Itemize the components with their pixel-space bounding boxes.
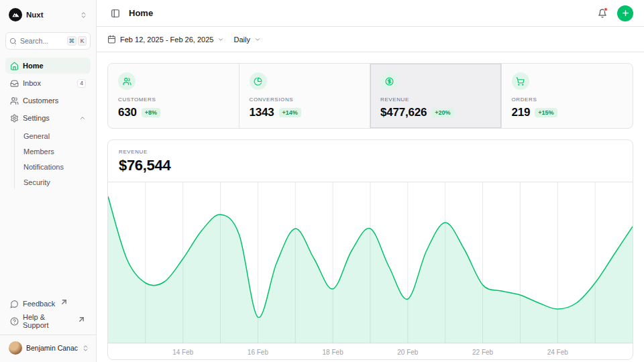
users-icon <box>10 97 19 105</box>
stat-card-orders[interactable]: ORDERS 219 +15% <box>502 64 633 128</box>
user-menu[interactable]: Benjamin Canac <box>5 339 91 357</box>
page-title: Home <box>129 8 153 18</box>
sidebar: Nuxt Search... ⌘ K Home Inbox 4 <box>0 0 97 362</box>
calendar-icon <box>107 35 116 44</box>
notifications-button[interactable] <box>594 5 610 21</box>
external-link-icon <box>60 298 68 306</box>
kbd-cmd: ⌘ <box>67 36 77 46</box>
main: Home Feb 12, 2025 - Feb 26, 2025 Daily <box>97 0 644 362</box>
search-input[interactable]: Search... ⌘ K <box>5 32 91 50</box>
inbox-icon <box>10 79 19 88</box>
revenue-area-chart: 14 Feb16 Feb18 Feb20 Feb22 Feb24 Feb <box>108 182 633 359</box>
chart-header: REVENUE $76,544 <box>108 140 633 182</box>
search-shortcut: ⌘ K <box>67 36 87 46</box>
kbd-k: K <box>78 36 87 46</box>
chart-value: $76,544 <box>119 157 622 174</box>
stat-value: $477,626 <box>380 106 427 119</box>
stat-card-revenue[interactable]: REVENUE $477,626 +20% <box>370 64 502 128</box>
sidebar-nav: Home Inbox 4 Customers Settings General <box>5 58 91 190</box>
stat-label: REVENUE <box>380 97 491 103</box>
revenue-chart-card: REVENUE $76,544 14 Feb16 Feb18 Feb20 Feb… <box>107 139 633 360</box>
stat-delta-badge: +14% <box>279 108 301 117</box>
sidebar-item-label: Settings <box>23 114 50 122</box>
sidebar-spacer <box>5 190 91 296</box>
chart-area: 14 Feb16 Feb18 Feb20 Feb22 Feb24 Feb <box>108 182 633 359</box>
stat-icon-bubble <box>250 72 267 90</box>
gear-icon <box>10 114 19 123</box>
chart-label: REVENUE <box>119 149 622 155</box>
chart-x-tick-label: 18 Feb <box>323 349 344 356</box>
stats-grid: CUSTOMERS 630 +8% CONVERSIONS 1343 +14% <box>107 63 633 129</box>
workspace-selector[interactable]: Nuxt <box>5 5 91 24</box>
chart-pie-icon <box>254 77 262 86</box>
chevrons-up-down-icon <box>82 345 89 352</box>
stat-delta-badge: +8% <box>142 108 160 117</box>
home-icon <box>10 62 19 70</box>
header-actions <box>594 5 633 21</box>
sidebar-item-feedback[interactable]: Feedback <box>5 296 91 312</box>
plus-icon <box>621 9 630 17</box>
sidebar-item-label: Help & Support <box>23 313 72 329</box>
chart-x-tick-label: 20 Feb <box>397 349 419 356</box>
stat-value: 1343 <box>250 106 274 119</box>
sidebar-footer: Feedback Help & Support Benjamin Canac <box>5 296 91 357</box>
chart-x-tick-label: 14 Feb <box>172 349 194 356</box>
sidebar-subitem-security[interactable]: Security <box>19 175 91 189</box>
app: Nuxt Search... ⌘ K Home Inbox 4 <box>0 0 644 362</box>
stat-card-customers[interactable]: CUSTOMERS 630 +8% <box>108 64 239 128</box>
chevrons-up-down-icon <box>80 11 87 19</box>
search-icon <box>9 38 17 45</box>
message-icon <box>10 300 19 308</box>
sidebar-item-customers[interactable]: Customers <box>5 93 91 109</box>
panel-left-icon <box>111 9 120 18</box>
stat-delta-badge: +15% <box>535 108 557 117</box>
sidebar-item-settings[interactable]: Settings <box>5 110 91 126</box>
sidebar-item-help-support[interactable]: Help & Support <box>5 313 91 329</box>
filters-toolbar: Feb 12, 2025 - Feb 26, 2025 Daily <box>97 27 644 52</box>
sidebar-item-label: Feedback <box>23 300 55 308</box>
chart-x-tick-label: 24 Feb <box>547 349 569 356</box>
period-select[interactable]: Daily <box>233 36 260 44</box>
sidebar-subitem-members[interactable]: Members <box>19 144 91 158</box>
period-label: Daily <box>233 36 250 44</box>
date-range-button[interactable]: Feb 12, 2025 - Feb 26, 2025 <box>107 35 224 44</box>
chart-x-tick-label: 16 Feb <box>248 349 269 356</box>
sidebar-item-inbox[interactable]: Inbox 4 <box>5 75 91 91</box>
content: CUSTOMERS 630 +8% CONVERSIONS 1343 +14% <box>97 52 644 362</box>
nuxt-logo-icon <box>9 8 22 21</box>
help-icon <box>10 317 19 326</box>
stat-label: ORDERS <box>512 97 623 103</box>
stat-card-conversions[interactable]: CONVERSIONS 1343 +14% <box>239 64 371 128</box>
external-link-icon <box>77 315 86 324</box>
notification-dot <box>604 7 608 11</box>
stat-label: CONVERSIONS <box>250 97 360 103</box>
user-name: Benjamin Canac <box>26 344 78 352</box>
inbox-badge: 4 <box>77 79 86 88</box>
stat-icon-bubble <box>512 72 529 90</box>
date-range-label: Feb 12, 2025 - Feb 26, 2025 <box>120 36 213 44</box>
cart-icon <box>516 77 525 86</box>
add-button[interactable] <box>617 5 633 21</box>
settings-submenu: General Members Notifications Security <box>14 129 91 189</box>
chevron-down-icon <box>217 36 224 43</box>
main-header: Home <box>97 0 644 27</box>
chevron-up-icon <box>79 115 86 121</box>
sidebar-subitem-general[interactable]: General <box>19 129 91 143</box>
sidebar-item-home[interactable]: Home <box>5 58 91 74</box>
users-icon <box>123 77 131 86</box>
sidebar-item-label: Customers <box>23 97 58 105</box>
sidebar-subitem-notifications[interactable]: Notifications <box>19 160 91 174</box>
dollar-circle-icon <box>385 77 394 86</box>
sidebar-item-label: Inbox <box>23 79 41 87</box>
sidebar-toggle-button[interactable] <box>107 5 123 21</box>
stat-value: 219 <box>512 106 531 119</box>
sidebar-item-label: Home <box>23 62 44 70</box>
stat-value: 630 <box>118 106 137 119</box>
stat-label: CUSTOMERS <box>118 97 229 103</box>
stat-delta-badge: +20% <box>431 108 453 117</box>
stat-icon-bubble <box>118 72 136 90</box>
chevron-down-icon <box>254 36 261 43</box>
stat-icon-bubble <box>380 72 398 90</box>
user-section: Benjamin Canac <box>0 335 96 357</box>
user-avatar <box>9 341 22 355</box>
